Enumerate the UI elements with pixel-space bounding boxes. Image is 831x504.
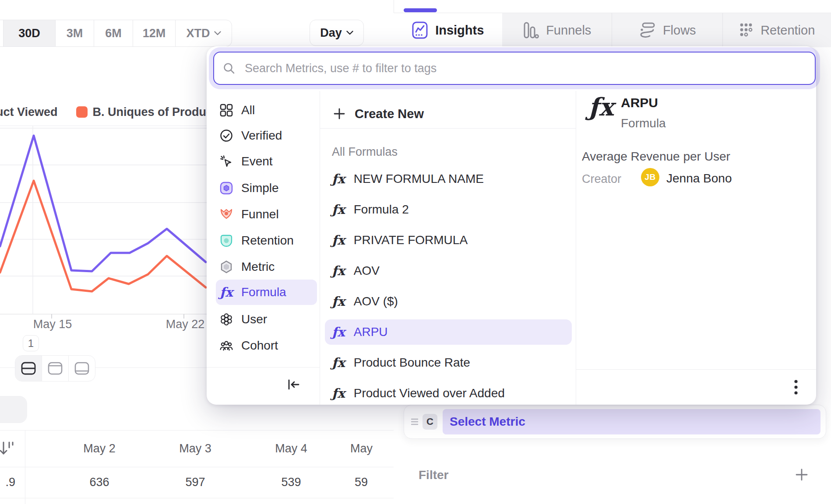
formula-name: NEW FORMULA NAME — [354, 172, 484, 186]
time-range-12m[interactable]: 12M — [133, 20, 175, 46]
formula-list-item[interactable]: ƒx PRIVATE FORMULA — [325, 228, 572, 253]
table-header-cell[interactable]: May 2 — [51, 430, 148, 467]
sidebar-item-all[interactable]: All — [216, 98, 317, 123]
sidebar-item-user[interactable]: User — [216, 307, 317, 332]
retention-icon — [739, 21, 754, 39]
time-range-6m[interactable]: 6M — [94, 20, 133, 46]
formula-fx-icon: ƒx — [332, 234, 345, 247]
grid-icon — [219, 103, 233, 117]
formula-list-item[interactable]: ƒx AOV — [325, 258, 572, 284]
sidebar-item-formula[interactable]: ƒx Formula — [216, 280, 317, 305]
time-range-3m[interactable]: 3M — [55, 20, 94, 46]
metric-row-card: C Select Metric — [404, 405, 826, 439]
tab-label: Retention — [761, 23, 815, 38]
time-range-xtd-dropdown[interactable]: XTD — [175, 20, 232, 46]
formula-list-item[interactable]: ƒx Product Bounce Rate — [325, 350, 572, 375]
sidebar-item-cohort[interactable]: Cohort — [216, 333, 317, 358]
tab-label: Flows — [663, 23, 696, 38]
tab-flows[interactable]: Flows — [612, 13, 722, 47]
formula-fx-icon: ƒx — [332, 203, 345, 216]
section-header: All Formulas — [332, 145, 398, 159]
add-filter-button[interactable] — [794, 467, 809, 482]
metric-position-badge: C — [423, 414, 437, 430]
sidebar-item-label: Metric — [241, 260, 275, 274]
kebab-menu-icon[interactable] — [793, 379, 799, 396]
tab-retention[interactable]: Retention — [722, 13, 831, 47]
search-input[interactable] — [244, 61, 806, 76]
table-header-cell[interactable]: May 3 — [147, 430, 243, 467]
filter-section-label: Filter — [419, 468, 448, 482]
series-a-line[interactable] — [0, 136, 206, 271]
create-new-button[interactable]: Create New — [325, 101, 573, 126]
sidebar-item-label: Verified — [241, 129, 282, 143]
event-cursor-icon — [219, 154, 233, 168]
sidebar-item-metric[interactable]: Metric — [216, 254, 317, 280]
formula-list-item[interactable]: ƒx NEW FORMULA NAME — [325, 166, 572, 192]
formula-detail-type: Formula — [621, 116, 666, 130]
table-header-cell[interactable]: May 4 — [243, 430, 339, 467]
granularity-label: Day — [320, 26, 342, 40]
drag-handle-icon[interactable] — [410, 417, 419, 426]
layout-top-bar-button[interactable] — [42, 356, 68, 381]
plus-icon — [333, 107, 346, 120]
collapse-sidebar-button[interactable] — [286, 378, 301, 391]
page-1-button[interactable]: 1 — [23, 335, 39, 351]
select-metric-button[interactable]: Select Metric — [443, 409, 820, 434]
tab-insights[interactable]: Insights — [394, 13, 502, 47]
list-detail-divider — [576, 91, 576, 405]
formula-fx-icon: ƒx — [332, 265, 345, 277]
xtd-label: XTD — [187, 27, 210, 40]
chevron-down-icon — [214, 31, 221, 35]
sidebar-item-verified[interactable]: Verified — [216, 123, 317, 148]
formula-list-item[interactable]: ƒx Product Viewed over Added — [325, 381, 572, 406]
formula-fx-icon: ƒx — [219, 285, 233, 299]
insights-icon — [412, 21, 428, 39]
formula-name: Product Bounce Rate — [354, 356, 470, 370]
search-icon — [223, 62, 235, 74]
retention-metric-icon — [219, 234, 233, 248]
simple-metric-icon — [219, 181, 233, 195]
formula-list-item[interactable]: ƒx Formula 2 — [325, 197, 572, 222]
formula-fx-icon: ƒx — [332, 173, 345, 186]
sidebar-item-funnel[interactable]: Funnel — [216, 202, 317, 227]
time-range-option-partial[interactable] — [0, 20, 3, 46]
formula-list-item[interactable]: ƒx AOV ($) — [325, 289, 572, 314]
sidebar-item-retention[interactable]: Retention — [216, 228, 317, 253]
bottom-left-tab[interactable] — [0, 396, 27, 423]
table-row-divider — [0, 498, 394, 498]
verified-badge-icon — [219, 129, 233, 143]
tab-funnels[interactable]: Funnels — [502, 13, 612, 47]
creator-avatar: JB — [641, 168, 659, 186]
x-axis-label: May 15 — [24, 318, 81, 331]
legend-item-series-a[interactable]: A. Uniques of Product Viewed — [0, 105, 58, 119]
sidebar-item-label: User — [241, 312, 267, 326]
granularity-dropdown[interactable]: Day — [310, 20, 364, 46]
formula-name: PRIVATE FORMULA — [354, 233, 468, 247]
formula-list-item-selected[interactable]: ƒx ARPU — [325, 319, 572, 345]
layout-split-horizontal-button[interactable] — [15, 356, 42, 381]
formula-name: Formula 2 — [354, 203, 409, 217]
sort-icon[interactable] — [0, 439, 15, 458]
flows-icon — [638, 21, 656, 39]
creator-name: Jenna Bono — [666, 172, 732, 186]
sidebar-divider — [320, 91, 320, 405]
create-new-divider — [320, 128, 576, 129]
formula-name: AOV ($) — [354, 294, 398, 308]
formula-fx-icon: ƒx — [332, 326, 345, 339]
report-type-tabs: Insights Funnels Flows — [394, 13, 831, 47]
time-range-30d[interactable]: 30D — [3, 20, 55, 46]
funnels-icon — [522, 21, 539, 39]
formula-name: Product Viewed over Added — [354, 386, 505, 400]
sidebar-item-label: All — [241, 103, 255, 117]
sidebar-item-simple[interactable]: Simple — [216, 175, 317, 201]
sidebar-item-label: Funnel — [241, 207, 279, 221]
metric-hexagon-icon — [219, 260, 233, 274]
sidebar-item-event[interactable]: Event — [216, 149, 317, 174]
cohort-people-icon — [219, 339, 233, 353]
layout-bottom-bar-button[interactable] — [68, 356, 95, 381]
series-b-swatch — [76, 106, 88, 118]
detail-footer-divider — [576, 369, 816, 370]
funnel-metric-icon — [219, 207, 233, 221]
metric-picker-modal: All Verified Event Simple Funnel Retenti… — [207, 46, 816, 405]
formula-fx-icon: ƒx — [332, 387, 345, 400]
